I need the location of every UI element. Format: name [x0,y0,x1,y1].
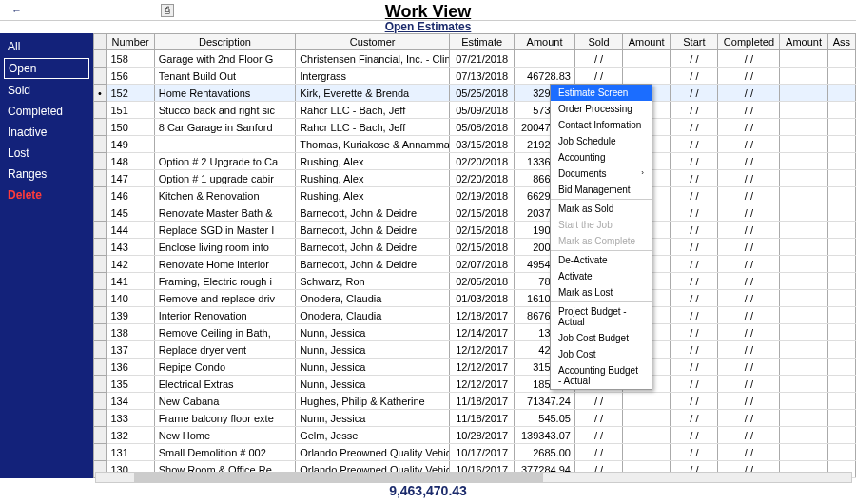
column-header[interactable]: Customer [296,34,450,50]
ctx-accounting[interactable]: Accounting [551,149,652,165]
column-header[interactable]: Start [671,34,718,50]
sidebar-item-inactive[interactable]: Inactive [4,123,89,142]
ctx-estimate-screen[interactable]: Estimate Screen [551,85,652,101]
table-row[interactable]: 148Option # 2 Upgrade to CaRushing, Alex… [94,153,856,170]
ctx-job-cost[interactable]: Job Cost [551,346,652,362]
data-grid[interactable]: NumberDescriptionCustomerEstimateAmountS… [93,33,856,478]
ctx-project-budget-actual[interactable]: Project Budget - Actual [551,303,652,330]
table-row[interactable]: 133Frame balcony floor exteNunn, Jessica… [94,410,856,427]
page-subtitle: Open Estimates [0,20,856,33]
ctx-job-cost-budget[interactable]: Job Cost Budget [551,330,652,346]
column-header[interactable]: Amount [780,34,827,50]
ctx-mark-as-sold[interactable]: Mark as Sold [551,201,652,217]
table-row[interactable]: 138Remove Ceiling in Bath,Nunn, Jessica1… [94,324,856,341]
ctx-activate[interactable]: Activate [551,268,652,284]
table-row[interactable]: 144Replace SGD in Master IBarnecott, Joh… [94,222,856,239]
table-row[interactable]: 135Electrical ExtrasNunn, Jessica12/12/2… [94,376,856,393]
column-header[interactable] [94,34,107,50]
page-title: Work View [0,2,856,22]
context-menu[interactable]: Estimate ScreenOrder ProcessingContact I… [550,84,652,390]
sidebar-item-lost[interactable]: Lost [4,144,89,163]
column-header[interactable]: Completed [718,34,780,50]
column-header[interactable]: Amount [515,34,575,50]
table-row[interactable]: 158Garage with 2nd Floor GChristensen Fi… [94,50,856,68]
back-button[interactable]: ← [6,5,28,16]
ctx-job-schedule[interactable]: Job Schedule [551,133,652,149]
ctx-documents[interactable]: Documents [551,165,652,182]
table-row[interactable]: 149Thomas, Kuriakose & Annamma03/15/2018… [94,136,856,153]
sidebar-item-open[interactable]: Open [4,58,89,79]
table-row[interactable]: 140Remove and replace drivOnodera, Claud… [94,290,856,307]
ctx-start-the-job: Start the Job [551,217,652,233]
ctx-bid-management[interactable]: Bid Management [551,182,652,198]
ctx-de-activate[interactable]: De-Activate [551,252,652,268]
ctx-mark-as-lost[interactable]: Mark as Lost [551,284,652,300]
table-row[interactable]: 146Kitchen & RenovationRushing, Alex02/1… [94,187,856,204]
column-header[interactable]: Amount [623,34,671,50]
sidebar-item-ranges[interactable]: Ranges [4,165,89,184]
table-row[interactable]: •152Home RentavationsKirk, Everette & Br… [94,85,856,102]
table-row[interactable]: 136Repipe CondoNunn, Jessica12/12/201731… [94,359,856,376]
ctx-contact-information[interactable]: Contact Information [551,117,652,133]
table-row[interactable]: 145Renovate Master Bath &Barnecott, John… [94,204,856,222]
column-header[interactable]: Ass [827,34,855,50]
table-row[interactable]: 141Framing, Electric rough iSchwarz, Ron… [94,273,856,290]
sidebar-item-completed[interactable]: Completed [4,102,89,121]
table-row[interactable]: 132New HomeGelm, Jesse10/28/2017139343.0… [94,427,856,444]
column-header[interactable]: Description [154,34,295,50]
page-header: Work View Open Estimates [0,2,856,33]
table-row[interactable]: 151Stucco back and right sicRahcr LLC - … [94,102,856,119]
horizontal-scrollbar[interactable] [95,472,852,483]
ctx-order-processing[interactable]: Order Processing [551,101,652,117]
table-row[interactable]: 1508 Car Garage in SanfordRahcr LLC - Ba… [94,119,856,136]
table-row[interactable]: 143Enclose living room intoBarnecott, Jo… [94,239,856,256]
sidebar: AllOpenSoldCompletedInactiveLostRangesDe… [0,33,93,478]
table-row[interactable]: 134New CabanaHughes, Philip & Katherine1… [94,393,856,410]
table-row[interactable]: 139Interior RenovationOnodera, Claudia12… [94,307,856,324]
table-row[interactable]: 147Option # 1 upgrade cabirRushing, Alex… [94,170,856,187]
table-row[interactable]: 131Small Demolition # 002Orlando Preowne… [94,444,856,461]
ctx-mark-as-complete: Mark as Complete [551,233,652,249]
sidebar-item-sold[interactable]: Sold [4,81,89,100]
sidebar-item-all[interactable]: All [4,37,89,56]
table-row[interactable]: 142Renovate Home interiorBarnecott, John… [94,256,856,273]
sidebar-item-delete[interactable]: Delete [4,185,89,204]
table-row[interactable]: 156Tenant Build OutIntergrass07/13/20184… [94,68,856,85]
ctx-accounting-budget-actual[interactable]: Accounting Budget - Actual [551,362,652,389]
column-header[interactable]: Sold [574,34,622,50]
table-row[interactable]: 137Replace dryer ventNunn, Jessica12/12/… [94,341,856,359]
print-button[interactable]: ⎙ [161,4,174,17]
column-header[interactable]: Number [107,34,154,50]
column-header[interactable]: Estimate [450,34,515,50]
